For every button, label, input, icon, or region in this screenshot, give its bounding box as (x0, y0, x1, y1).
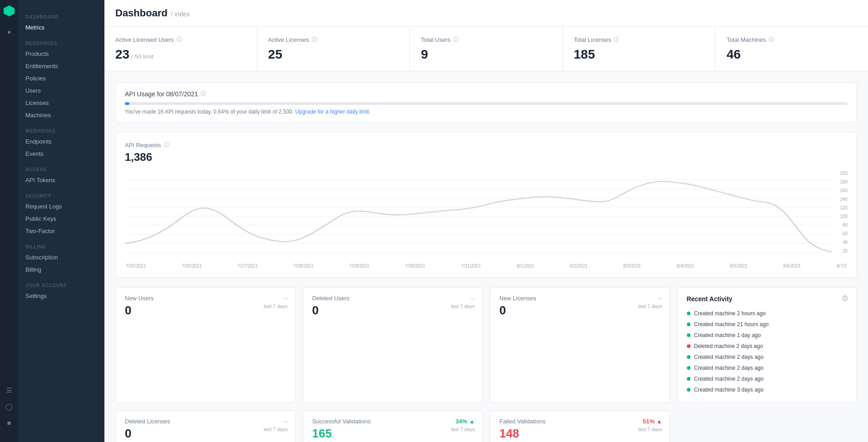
x-label-7: 8/1/2021 (517, 263, 534, 268)
sidebar-item-endpoints[interactable]: Endpoints (18, 135, 104, 148)
stat-label-total-machines: Total Machines (726, 36, 766, 43)
activity-dot-7 (687, 377, 690, 381)
x-label-12: 8/6/2021 (783, 263, 801, 268)
stat-label-total-licenses: Total Licenses (574, 36, 611, 43)
stat-value-total-licenses: 185 (574, 47, 705, 62)
sidebar-item-subscription[interactable]: Subscription (18, 251, 104, 263)
nav-icon-1[interactable]: ☰ (5, 386, 14, 395)
mini-stat-badge-top-deleted-licenses: -- (264, 418, 288, 425)
activity-dot-5 (687, 355, 690, 359)
sidebar-item-public-keys[interactable]: Public Keys (18, 213, 104, 225)
y-label-80: 80 (843, 223, 848, 228)
mini-stat-value-deleted-licenses: 0 (125, 427, 286, 441)
sidebar-item-billing[interactable]: Billing (18, 263, 104, 276)
sidebar-item-policies[interactable]: Policies (18, 72, 104, 84)
mini-stat-label-deleted-users: Deleted Users (312, 295, 473, 302)
activity-text-3: Created machine 1 day ago (694, 332, 761, 338)
progress-bar-fill (125, 102, 129, 105)
info-icon-total-users[interactable]: ⓘ (453, 36, 459, 44)
activity-item-7: Created machine 2 days ago (687, 373, 848, 384)
x-label-8: 8/2/2021 (570, 263, 587, 268)
api-requests-chart-card: API Requests ⓘ 1,386 (115, 132, 857, 278)
mini-stat-deleted-users: Deleted Users 0 -- last 7 days (303, 287, 483, 403)
recent-activity-title: Recent Activity ⓘ (687, 295, 848, 303)
mini-stat-badge-deleted-users: -- last 7 days (451, 295, 475, 310)
sidebar-section-dashboard: DASHBOARD Metrics (18, 7, 104, 34)
stat-active-licensed-users: Active Licensed Users ⓘ 23 / 50 limit (104, 27, 257, 71)
x-label-5: 7/30/2021 (405, 263, 425, 268)
mini-stat-badge-bottom-deleted-licenses: last 7 days (264, 427, 288, 432)
x-label-10: 8/4/2021 (676, 263, 694, 268)
sidebar-item-events[interactable]: Events (18, 148, 104, 160)
page-subtitle: / index (171, 10, 190, 18)
sidebar-item-api-tokens[interactable]: API Tokens (18, 174, 104, 186)
sidebar-item-request-logs[interactable]: Request Logs (18, 200, 104, 213)
x-label-4: 7/29/2021 (349, 263, 370, 268)
chart-value: 1,386 (125, 151, 848, 164)
nav-icon-2[interactable]: ◯ (5, 402, 14, 411)
info-icon-chart[interactable]: ⓘ (164, 141, 169, 149)
mini-stat-badge-bottom-failed-validations: last 7 days (638, 427, 662, 432)
sidebar-item-metrics[interactable]: Metrics (18, 21, 104, 34)
info-icon-active-licensed-users[interactable]: ⓘ (177, 36, 182, 44)
empty-slot (677, 410, 858, 442)
activity-item-4: Deleted machine 2 days ago (687, 341, 848, 352)
y-label-60: 60 (843, 231, 848, 236)
sidebar-item-settings[interactable]: Settings (18, 290, 104, 302)
mini-stat-label-successful-validations: Successful Validations (312, 418, 473, 425)
activity-text-7: Created machine 2 days ago (694, 376, 764, 382)
mini-stat-successful-validations: Successful Validations 165 34% ▲ last 7 … (303, 410, 483, 442)
chart-x-labels: 7/25/2021 7/26/2021 7/27/2021 7/28/2021 … (125, 263, 848, 268)
activity-text-4: Deleted machine 2 days ago (694, 343, 763, 349)
info-icon-recent-activity[interactable]: ⓘ (842, 295, 848, 303)
activity-text-1: Created machine 2 hours ago (694, 310, 766, 317)
recent-activity-card: Recent Activity ⓘ Created machine 2 hour… (677, 287, 858, 403)
mini-stat-new-users: New Users 0 -- last 7 days (115, 287, 296, 403)
mini-stat-label-new-licenses: New Licenses (499, 295, 661, 302)
sidebar-section-security: SECURITY Request Logs Public Keys Two-Fa… (18, 186, 104, 237)
y-label-180: 180 (840, 179, 848, 184)
sidebar-section-label-security: SECURITY (18, 186, 104, 200)
y-label-160: 160 (840, 188, 848, 193)
mini-stat-value-deleted-users: 0 (312, 303, 473, 318)
sidebar-section-label-webhooks: WEBHOOKS (18, 121, 104, 135)
x-label-0: 7/25/2021 (126, 263, 146, 268)
icon-bar: ● ☰ ◯ ■ (0, 0, 18, 442)
mini-stat-deleted-licenses: Deleted Licenses 0 -- last 7 days (115, 410, 296, 442)
activity-item-8: Created machine 3 days ago (687, 384, 848, 395)
x-label-13: 8/7/2 (837, 263, 847, 268)
api-usage-card: API Usage for 08/07/2021 ⓘ You've made 1… (115, 82, 857, 123)
nav-icon-3[interactable]: ■ (5, 418, 14, 427)
activity-dot-2 (687, 323, 690, 326)
y-axis: 200 180 160 140 120 100 80 60 40 20 (832, 171, 848, 262)
info-icon-active-licenses[interactable]: ⓘ (312, 36, 317, 44)
mini-stat-value-new-users: 0 (125, 303, 286, 318)
info-icon-total-machines[interactable]: ⓘ (769, 36, 774, 44)
sidebar-item-machines[interactable]: Machines (18, 109, 104, 121)
sidebar-item-entitlements[interactable]: Entitlements (18, 60, 104, 72)
stat-value-total-users: 9 (421, 47, 552, 62)
sidebar-section-webhooks: WEBHOOKS Endpoints Events (18, 121, 104, 160)
mini-stat-badge-bottom-successful-validations: last 7 days (451, 427, 475, 432)
info-icon-api-usage[interactable]: ⓘ (201, 90, 206, 98)
app-logo (4, 5, 15, 16)
y-label-120: 120 (840, 205, 848, 210)
mini-stat-badge-top-deleted-users: -- (451, 295, 475, 302)
sidebar-item-users[interactable]: Users (18, 84, 104, 97)
sidebar-item-licenses[interactable]: Licenses (18, 97, 104, 109)
sidebar-item-two-factor[interactable]: Two-Factor (18, 225, 104, 237)
mini-stat-value-new-licenses: 0 (499, 303, 661, 318)
mini-stat-trend-failed-validations: 51% ▲ (638, 418, 662, 425)
search-icon[interactable]: ● (5, 27, 14, 36)
info-icon-total-licenses[interactable]: ⓘ (614, 36, 619, 44)
chart-svg (125, 171, 832, 262)
sidebar-item-products[interactable]: Products (18, 48, 104, 60)
stat-label-total-users: Total Users (421, 36, 450, 43)
upgrade-link[interactable]: Upgrade for a higher daily limit. (295, 109, 370, 115)
stats-row: Active Licensed Users ⓘ 23 / 50 limit Ac… (104, 27, 868, 71)
x-label-3: 7/28/2021 (293, 263, 314, 268)
mini-stat-badge-deleted-licenses: -- last 7 days (264, 418, 288, 433)
mini-stat-label-new-users: New Users (125, 295, 286, 302)
x-label-6: 7/31/2021 (461, 263, 481, 268)
mini-stats-row-2: Deleted Licenses 0 -- last 7 days Succes… (115, 410, 857, 442)
